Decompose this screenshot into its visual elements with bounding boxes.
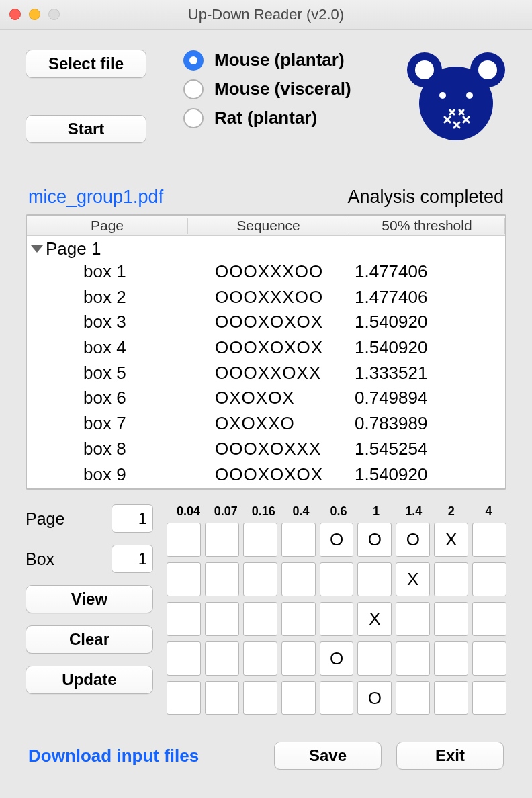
start-button[interactable]: Start: [26, 115, 146, 143]
grid-cell[interactable]: [205, 681, 239, 715]
table-group-row[interactable]: Page 1: [27, 238, 505, 259]
clear-button[interactable]: Clear: [26, 625, 153, 654]
cell-sequence: OOOXOXOX: [188, 335, 349, 361]
radio-rat-plantar[interactable]: [183, 108, 204, 128]
download-input-files-link[interactable]: Download input files: [28, 746, 199, 766]
cell-sequence: OOOXXXOO: [188, 259, 349, 285]
grid-cell[interactable]: [167, 523, 201, 557]
grid-cell[interactable]: [396, 602, 430, 636]
col-header-page[interactable]: Page: [27, 218, 188, 234]
grid-cell[interactable]: [243, 681, 277, 715]
table-row[interactable]: box 9OOOXOXOX1.540920: [27, 462, 505, 488]
grid-cell[interactable]: [434, 641, 468, 676]
col-header-sequence[interactable]: Sequence: [188, 218, 349, 234]
save-button[interactable]: Save: [274, 742, 382, 770]
sequence-grid: OOOXXXOO: [167, 523, 506, 715]
radio-mouse-visceral[interactable]: [183, 79, 204, 99]
cell-box: box 2: [27, 285, 188, 310]
grid-cell[interactable]: [472, 562, 506, 596]
table-row[interactable]: box 4OOOXOXOX1.540920: [27, 335, 505, 361]
grid-cell[interactable]: [281, 523, 316, 557]
grid-header: 0.07: [208, 504, 244, 519]
grid-cell[interactable]: [434, 681, 468, 715]
grid-cell[interactable]: [243, 602, 277, 636]
grid-cell[interactable]: [281, 602, 316, 636]
col-header-threshold[interactable]: 50% threshold: [349, 218, 505, 234]
svg-point-6: [466, 92, 473, 99]
grid-cell[interactable]: [472, 523, 506, 557]
grid-cell[interactable]: X: [357, 602, 392, 636]
filename-link[interactable]: mice_group1.pdf: [28, 187, 163, 208]
grid-cell[interactable]: [167, 641, 201, 676]
grid-cell[interactable]: O: [320, 523, 354, 557]
exit-button[interactable]: Exit: [396, 742, 504, 770]
view-button[interactable]: View: [26, 585, 153, 613]
radio-label: Rat (plantar): [214, 107, 317, 128]
species-radio-group: Mouse (plantar) Mouse (visceral) Rat (pl…: [183, 50, 389, 128]
table-row[interactable]: box 3OOOXOXOX1.540920: [27, 310, 505, 335]
grid-cell[interactable]: [320, 602, 354, 636]
grid-cell[interactable]: [243, 641, 277, 676]
table-row[interactable]: box 5OOOXXOXX1.333521: [27, 361, 505, 386]
grid-cell[interactable]: [167, 681, 201, 715]
cell-threshold: 0.783989: [349, 411, 505, 437]
grid-header: 4: [471, 504, 506, 519]
cell-threshold: 1.477406: [349, 259, 505, 285]
grid-cell[interactable]: [472, 681, 506, 715]
box-label: Box: [26, 549, 54, 569]
grid-column-headers: 0.040.070.160.40.611.424: [167, 504, 506, 519]
page-input[interactable]: [112, 504, 153, 533]
grid-cell[interactable]: [472, 602, 506, 636]
minimize-icon[interactable]: [29, 9, 40, 20]
table-row[interactable]: box 8OOOXOXXX1.545254: [27, 437, 505, 462]
group-label: Page 1: [46, 238, 101, 259]
cell-threshold: 1.477406: [349, 285, 505, 310]
table-row[interactable]: box 6OXOXOX0.749894: [27, 386, 505, 411]
grid-cell[interactable]: [281, 641, 316, 676]
grid-cell[interactable]: [243, 523, 277, 557]
grid-cell[interactable]: [396, 681, 430, 715]
grid-cell[interactable]: [243, 562, 277, 596]
grid-cell[interactable]: [281, 681, 316, 715]
grid-cell[interactable]: [434, 562, 468, 596]
cell-box: box 5: [27, 361, 188, 386]
chevron-down-icon: [31, 245, 43, 253]
grid-cell[interactable]: [205, 641, 239, 676]
table-row[interactable]: box 1OOOXXXOO1.477406: [27, 259, 505, 285]
grid-cell[interactable]: [396, 641, 430, 676]
grid-cell[interactable]: [281, 562, 316, 596]
grid-cell[interactable]: X: [434, 523, 468, 557]
grid-cell[interactable]: [205, 602, 239, 636]
select-file-button[interactable]: Select file: [26, 50, 146, 78]
cell-sequence: OOOXOXOX: [188, 310, 349, 335]
grid-cell[interactable]: [357, 641, 392, 676]
titlebar: Up-Down Reader (v2.0): [0, 0, 532, 30]
grid-cell[interactable]: [205, 562, 239, 596]
table-row[interactable]: box 2OOOXXXOO1.477406: [27, 285, 505, 310]
box-input[interactable]: [112, 545, 153, 573]
table-row[interactable]: box 7OXOXXO0.783989: [27, 411, 505, 437]
cell-sequence: OOOXXXOO: [188, 285, 349, 310]
grid-header: 0.6: [321, 504, 357, 519]
grid-cell[interactable]: [472, 641, 506, 676]
grid-cell[interactable]: O: [357, 681, 392, 715]
cell-box: box 9: [27, 462, 188, 488]
grid-cell[interactable]: [167, 602, 201, 636]
grid-cell[interactable]: [167, 562, 201, 596]
grid-cell[interactable]: [357, 562, 392, 596]
grid-cell[interactable]: [434, 602, 468, 636]
cell-box: box 1: [27, 259, 188, 285]
grid-header: 1: [358, 504, 394, 519]
cell-sequence: OXOXXO: [188, 411, 349, 437]
grid-cell[interactable]: X: [396, 562, 430, 596]
update-button[interactable]: Update: [26, 666, 153, 694]
grid-cell[interactable]: O: [396, 523, 430, 557]
grid-cell[interactable]: [320, 562, 354, 596]
close-icon[interactable]: [9, 9, 21, 20]
grid-cell[interactable]: [205, 523, 239, 557]
grid-cell[interactable]: [320, 681, 354, 715]
cell-sequence: OOOXOXOX: [188, 462, 349, 488]
grid-cell[interactable]: O: [357, 523, 392, 557]
radio-mouse-plantar[interactable]: [183, 50, 204, 71]
grid-cell[interactable]: O: [320, 641, 354, 676]
